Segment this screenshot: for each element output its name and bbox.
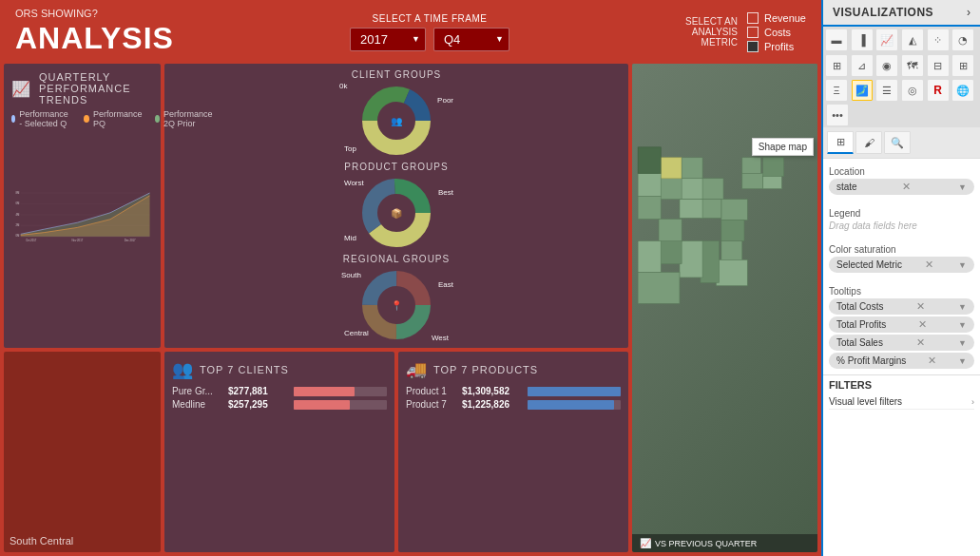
viz-icon-donut[interactable]: ◎ bbox=[902, 80, 923, 101]
viz-icon-area[interactable]: ◭ bbox=[902, 29, 923, 50]
tooltip-3-remove[interactable]: ✕ bbox=[928, 355, 936, 367]
tooltips-field-label: Tooltips bbox=[829, 286, 974, 297]
revenue-label: Revenue bbox=[764, 12, 806, 24]
viz-icons-row3: Ξ 🗾 ☰ ◎ R 🌐 bbox=[823, 78, 980, 103]
viz-icon-table[interactable]: ⊟ bbox=[928, 55, 949, 76]
viz-icon-shape-map[interactable]: 🗾 bbox=[852, 80, 873, 101]
product-value-0: $1,309,582 bbox=[462, 386, 524, 396]
state-tn bbox=[680, 200, 702, 219]
revenue-checkbox[interactable] bbox=[747, 12, 759, 24]
us-map-svg bbox=[632, 64, 817, 534]
dashboard-grid: 📈 VS PREVIOUS QUARTER 📈 QUARTERLY PERFOR… bbox=[0, 60, 821, 556]
location-field-dropdown[interactable]: ▼ bbox=[958, 182, 967, 192]
product-bar-bg-0 bbox=[528, 387, 621, 396]
viz-icon-gauge[interactable]: ◉ bbox=[876, 55, 897, 76]
client-label-poor: Poor bbox=[437, 96, 453, 105]
color-saturation-section: Color saturation Selected Metric ✕ ▼ bbox=[823, 237, 980, 278]
viz-tab-analytics[interactable]: 🔍 bbox=[884, 131, 911, 154]
viz-icon-line[interactable]: 📈 bbox=[876, 29, 897, 50]
viz-icon-pie[interactable]: ◔ bbox=[952, 29, 973, 50]
color-saturation-pill[interactable]: Selected Metric ✕ ▼ bbox=[829, 257, 974, 273]
metric-costs[interactable]: Costs bbox=[747, 27, 806, 38]
state-al bbox=[701, 241, 720, 283]
metric-profits[interactable]: Profits bbox=[747, 41, 806, 52]
client-groups-title: CLIENT GROUPS bbox=[352, 69, 442, 80]
top7-products-title: 🚚 TOP 7 PRODUCTS bbox=[406, 359, 621, 380]
viz-icon-more[interactable]: ••• bbox=[827, 105, 848, 125]
state-tx-n bbox=[638, 241, 661, 273]
quarter-select-wrapper[interactable]: Q4 bbox=[433, 28, 509, 51]
viz-icon-funnel[interactable]: ⊿ bbox=[852, 55, 873, 76]
state-va bbox=[721, 200, 747, 220]
viz-icon-matrix[interactable]: ⊞ bbox=[952, 55, 973, 76]
state-ny bbox=[763, 158, 784, 177]
profits-checkbox[interactable] bbox=[747, 41, 759, 52]
tooltip-1-dropdown[interactable]: ▼ bbox=[958, 320, 967, 330]
viz-icon-bar[interactable]: ▬ bbox=[826, 29, 847, 50]
filters-section: FILTERS Visual level filters › bbox=[823, 374, 980, 413]
app-container: ORS SHOWING? ANALYSIS SELECT A TIME FRAM… bbox=[0, 0, 980, 556]
viz-header: VISUALIZATIONS › bbox=[823, 0, 980, 27]
groups-panel: CLIENT GROUPS 👥 0k Top Poor bbox=[164, 64, 628, 348]
client-value-1: $257,295 bbox=[228, 399, 290, 410]
legend-placeholder: Drag data fields here bbox=[829, 220, 974, 231]
tooltip-label-0: Total Costs bbox=[836, 301, 883, 312]
costs-checkbox[interactable] bbox=[747, 27, 759, 38]
tooltip-0-dropdown[interactable]: ▼ bbox=[958, 302, 967, 312]
y-label-8m: 8M bbox=[15, 191, 20, 195]
viz-icon-globe[interactable]: 🌐 bbox=[952, 80, 973, 101]
client-bar-bg-1 bbox=[294, 400, 387, 410]
state-pa bbox=[742, 173, 763, 188]
color-saturation-remove[interactable]: ✕ bbox=[925, 259, 933, 271]
viz-tab-format[interactable]: 🖌 bbox=[855, 131, 882, 154]
viz-icon-map[interactable]: 🗺 bbox=[902, 55, 923, 76]
viz-icon-slicer[interactable]: ☰ bbox=[876, 80, 897, 101]
quarter-select[interactable]: Q4 bbox=[433, 28, 509, 51]
top7-products-label: TOP 7 PRODUCTS bbox=[433, 364, 538, 375]
state-ga bbox=[716, 259, 747, 285]
tooltip-item-3[interactable]: % Profit Margins ✕ ▼ bbox=[829, 353, 974, 369]
legend-selected-q: Performance - Selected Q bbox=[11, 109, 72, 128]
chart-title-text: QUARTERLY PERFORMANCE TRENDS bbox=[39, 71, 153, 105]
product-label-mid: Mid bbox=[344, 234, 356, 242]
legend-dot-blue bbox=[11, 115, 15, 123]
product-label-best: Best bbox=[438, 188, 453, 197]
regional-label-south: South bbox=[341, 271, 361, 279]
legend-label-0: Performance - Selected Q bbox=[19, 109, 71, 128]
year-select[interactable]: 2017 bbox=[350, 28, 426, 51]
viz-icon-col[interactable]: ▐ bbox=[852, 29, 873, 50]
viz-icon-scatter[interactable]: ⁘ bbox=[928, 29, 949, 50]
filter-chevron[interactable]: › bbox=[971, 397, 974, 407]
state-ms bbox=[680, 241, 702, 278]
viz-tab-fields[interactable]: ⊞ bbox=[827, 131, 854, 154]
tooltip-2-remove[interactable]: ✕ bbox=[916, 336, 925, 349]
viz-icon-r[interactable]: R bbox=[928, 80, 949, 101]
viz-expand-arrow[interactable]: › bbox=[967, 6, 970, 19]
regional-label-west: West bbox=[432, 334, 449, 342]
state-mn bbox=[638, 147, 661, 173]
tooltip-item-2[interactable]: Total Sales ✕ ▼ bbox=[829, 335, 974, 351]
viz-title: VISUALIZATIONS bbox=[833, 6, 933, 19]
tooltip-2-dropdown[interactable]: ▼ bbox=[958, 338, 967, 348]
location-field-remove[interactable]: ✕ bbox=[902, 181, 911, 193]
legend-2q-prior: Performance 2Q Prior bbox=[155, 109, 216, 128]
color-saturation-dropdown[interactable]: ▼ bbox=[958, 260, 967, 270]
main-content: ORS SHOWING? ANALYSIS SELECT A TIME FRAM… bbox=[0, 0, 821, 556]
location-field-pill[interactable]: state ✕ ▼ bbox=[829, 179, 974, 195]
tooltip-item-0[interactable]: Total Costs ✕ ▼ bbox=[829, 298, 974, 315]
metric-revenue[interactable]: Revenue bbox=[747, 12, 806, 24]
tooltip-1-remove[interactable]: ✕ bbox=[918, 318, 927, 331]
y-label-0m: 0M bbox=[15, 234, 20, 238]
filter-visual-level[interactable]: Visual level filters › bbox=[829, 394, 974, 410]
tooltip-item-1[interactable]: Total Profits ✕ ▼ bbox=[829, 316, 974, 333]
state-nc bbox=[721, 220, 744, 241]
tooltip-0-remove[interactable]: ✕ bbox=[916, 300, 925, 313]
color-saturation-label: Color saturation bbox=[829, 244, 974, 255]
tooltip-3-dropdown[interactable]: ▼ bbox=[958, 356, 967, 366]
legend-dot-green bbox=[155, 115, 160, 123]
viz-icon-kpi[interactable]: Ξ bbox=[826, 80, 847, 101]
year-select-wrapper[interactable]: 2017 bbox=[350, 28, 426, 51]
client-row-0: Pure Gr... $277,881 bbox=[172, 386, 387, 396]
viz-icon-treemap[interactable]: ⊞ bbox=[826, 55, 847, 76]
regional-donut-svg: 📍 bbox=[358, 269, 434, 340]
